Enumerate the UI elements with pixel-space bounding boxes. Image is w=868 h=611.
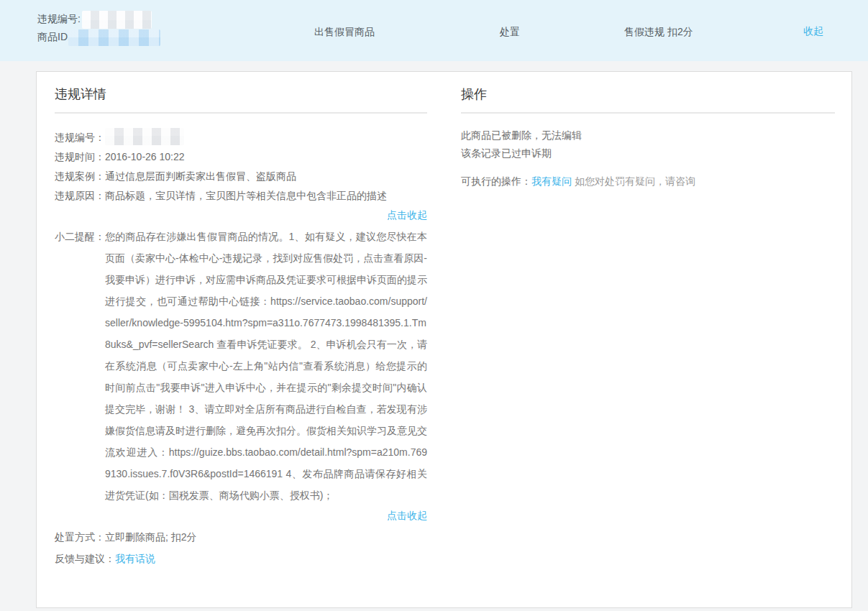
handle-method-value: 立即删除商品; 扣2分 — [105, 531, 197, 543]
detail-section-title: 违规详情 — [55, 85, 427, 114]
violation-detail-panel: 违规详情 违规编号： 违规时间：2016-10-26 10:22 违规案例：通过… — [36, 71, 852, 608]
executable-operation-label: 可执行的操作： — [461, 175, 531, 187]
violation-record-page: 违规编号: 商品ID: 出售假冒商品 处置 售假违规 扣2分 收起 违规详情 违… — [0, 0, 868, 611]
feedback-row: 反馈与建议：我有话说 — [55, 549, 427, 569]
operation-column: 操作 此商品已被删除，无法编辑 该条记录已过申诉期 可执行的操作：我有疑问 如您… — [461, 85, 835, 189]
violation-reason-value: 商品标题，宝贝详情，宝贝图片等相关信息中包含非正品的描述 — [105, 190, 387, 201]
topbar-violation-no-label: 违规编号: — [37, 13, 81, 26]
violation-time-row: 违规时间：2016-10-26 10:22 — [55, 147, 427, 167]
handle-method-row: 处置方式：立即删除商品; 扣2分 — [55, 528, 427, 547]
staff-reminder-label: 小二提醒： — [55, 226, 105, 247]
topbar-product-id-redacted — [68, 29, 160, 46]
violation-no-row: 违规编号： — [55, 128, 427, 147]
item-deleted-text: 此商品已被删除，无法编辑 — [461, 127, 835, 144]
violation-type-text: 出售假冒商品 — [314, 26, 375, 39]
violation-time-label: 违规时间： — [55, 151, 105, 162]
staff-reminder-text: 您的商品存在涉嫌出售假冒商品的情况。1、如有疑义，建议您尽快在本页面（卖家中心-… — [105, 226, 427, 506]
question-hint-text: 如您对处罚有疑问，请咨询 — [575, 175, 695, 187]
feedback-label: 反馈与建议： — [55, 553, 115, 564]
collapse-reminder-link[interactable]: 点击收起 — [387, 510, 427, 521]
feedback-link[interactable]: 我有话说 — [115, 553, 155, 564]
have-question-link[interactable]: 我有疑问 — [531, 175, 572, 187]
staff-reminder-block: 小二提醒： 您的商品存在涉嫌出售假冒商品的情况。1、如有疑义，建议您尽快在本页面… — [55, 226, 427, 506]
appeal-expired-text: 该条记录已过申诉期 — [461, 144, 835, 162]
violation-time-value: 2016-10-26 10:22 — [105, 151, 185, 162]
collapse-record-link[interactable]: 收起 — [803, 25, 823, 38]
violation-reason-row: 违规原因：商品标题，宝贝详情，宝贝图片等相关信息中包含非正品的描述 — [55, 186, 427, 206]
penalty-text: 售假违规 扣2分 — [624, 26, 693, 39]
violation-case-row: 违规案例：通过信息层面判断卖家出售假冒、盗版商品 — [55, 167, 427, 186]
violation-case-label: 违规案例： — [55, 170, 105, 182]
violation-no-redacted — [105, 128, 184, 145]
collapse-reason-link[interactable]: 点击收起 — [387, 209, 427, 221]
operation-section-title: 操作 — [461, 85, 835, 114]
executable-operation-row: 可执行的操作：我有疑问 如您对处罚有疑问，请咨询 — [461, 173, 835, 189]
topbar-violation-no-redacted — [82, 11, 152, 29]
violation-reason-label: 违规原因： — [55, 190, 105, 201]
action-column-text: 处置 — [500, 26, 520, 39]
violation-case-value: 通过信息层面判断卖家出售假冒、盗版商品 — [105, 170, 296, 182]
violation-detail-column: 违规详情 违规编号： 违规时间：2016-10-26 10:22 违规案例：通过… — [55, 85, 427, 569]
violation-no-label: 违规编号： — [55, 132, 105, 143]
handle-method-label: 处置方式： — [55, 531, 105, 543]
violation-summary-bar: 违规编号: 商品ID: 出售假冒商品 处置 售假违规 扣2分 收起 — [0, 0, 868, 61]
topbar-product-id-label: 商品ID: — [37, 31, 70, 44]
